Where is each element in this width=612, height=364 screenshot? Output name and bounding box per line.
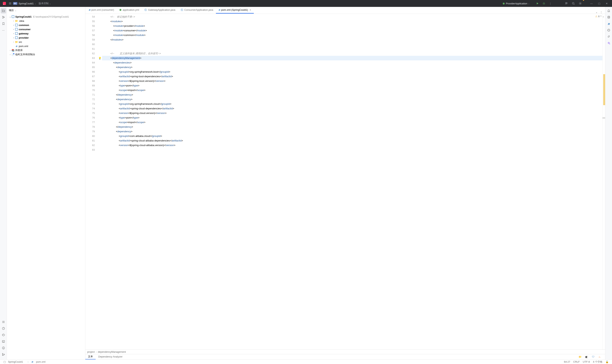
tray-folder-icon[interactable]: 📁 (577, 355, 583, 359)
tab-application-yml[interactable]: ⬢application.yml (117, 7, 142, 13)
chevron-down-icon[interactable]: ⌄ (34, 2, 36, 5)
tree-item-pom[interactable]: mpom.xml (7, 44, 85, 48)
right-toolbar: m (605, 7, 612, 359)
code-with-me-icon[interactable] (563, 0, 570, 7)
maven-icon[interactable]: m (606, 21, 612, 26)
chevron-down-icon[interactable]: ⌄ (49, 2, 51, 5)
svg-point-19 (4, 17, 4, 18)
status-encoding[interactable]: UTF-8 (583, 360, 590, 363)
more-tools-icon[interactable]: ⋯ (1, 27, 6, 33)
tab-gateway-app[interactable]: ⒸGatewayApplication.java (142, 7, 178, 13)
svg-rect-35 (15, 37, 18, 39)
more-icon[interactable]: ⋮ (599, 11, 604, 13)
editor-sub-tabs: 文本 Dependency Analyzer 📁 ◧ 🛡 ♨ (85, 354, 605, 359)
tab-pom-root[interactable]: mpom.xml (SpringCould1)× (216, 7, 254, 13)
structure-tool-button[interactable] (1, 14, 6, 20)
project-pane-header[interactable]: 项目 ⌄ (7, 7, 85, 14)
project-pane: 项目 ⌄ ⌄SpringCould1E:\workspace2\Y2\Sprin… (7, 7, 85, 359)
status-line-ending[interactable]: CRLF (573, 360, 580, 363)
problems-tool-button[interactable] (1, 345, 6, 351)
database-icon[interactable] (606, 14, 612, 20)
chevron-down-icon[interactable]: ⌄ (594, 11, 599, 13)
bean-icon[interactable] (606, 34, 612, 39)
scroll-map[interactable]: ⚠8 ^⌄ (602, 14, 605, 350)
titlebar: SC SpringCould1 ⌄ 版本控制 ⌄ ⬢ ProviderAppli… (0, 0, 612, 7)
warning-icon: ⚠ (595, 15, 598, 18)
svg-rect-32 (15, 24, 18, 26)
svg-point-11 (566, 2, 567, 3)
statusbar: ▢ SpringCould1 › mpom.xml 64:27 CRLF UTF… (0, 359, 612, 364)
project-name[interactable]: SpringCould1 (19, 2, 34, 5)
tree-ext-libs[interactable]: ›📚外部库 (7, 48, 85, 52)
tree-item[interactable]: ›📁src (7, 40, 85, 44)
tree-item[interactable]: ›common (7, 23, 85, 27)
tree-item[interactable]: ›provider (7, 36, 85, 40)
code-editor[interactable]: 5455565758596061626364656667686970717273… (85, 14, 602, 350)
vcs-tool-button[interactable] (1, 352, 6, 357)
maximize-button[interactable]: ▢ (595, 0, 603, 7)
svg-rect-34 (15, 32, 18, 35)
scroll-position[interactable] (602, 118, 605, 118)
history-icon[interactable] (606, 27, 612, 33)
ai-assistant-icon[interactable] (606, 40, 612, 46)
svg-rect-33 (15, 28, 18, 30)
tray-app-icon[interactable]: ◧ (584, 355, 589, 359)
svg-point-17 (2, 16, 3, 17)
tree-root[interactable]: ⌄SpringCould1E:\workspace2\Y2\SpringCoul… (7, 14, 85, 19)
tab-pom-consumer[interactable]: mpom.xml (consumer) (86, 7, 117, 13)
project-tree[interactable]: ⌄SpringCould1E:\workspace2\Y2\SpringCoul… (7, 14, 85, 359)
svg-point-18 (2, 18, 3, 18)
status-module[interactable]: ▢ SpringCould1 (3, 360, 25, 363)
tab-consumer-app[interactable]: ⒸConsumerApplication.java (178, 7, 216, 13)
close-button[interactable]: ✕ (603, 0, 611, 7)
svg-point-5 (543, 3, 545, 4)
svg-line-15 (574, 4, 574, 5)
minimize-button[interactable]: — (587, 0, 595, 7)
run-config-selector[interactable]: ⬢ ProviderApplication ⌄ (501, 0, 534, 7)
code-content[interactable]: <!-- 标记他的子类--> <modules> <module>provide… (102, 14, 602, 350)
tree-item[interactable]: ›gateway (7, 31, 85, 36)
terminal-tool-button[interactable] (1, 339, 6, 344)
svg-point-36 (608, 16, 610, 17)
close-tab-icon[interactable]: × (250, 8, 251, 12)
tray-shield-icon[interactable]: 🛡 (590, 355, 596, 359)
bookmarks-tool-button[interactable] (1, 21, 6, 26)
svg-rect-31 (12, 15, 14, 18)
left-toolbar: ⋯ (0, 7, 7, 359)
more-actions-icon[interactable]: ⋮ (547, 0, 554, 7)
run-button[interactable] (534, 0, 541, 7)
subtab-text[interactable]: 文本 (85, 354, 96, 360)
main-menu-icon[interactable] (8, 2, 12, 5)
todo-tool-button[interactable] (1, 319, 6, 325)
tree-item[interactable]: ›📁.idea (7, 19, 85, 23)
svg-line-9 (543, 4, 543, 4)
tray-fire-icon[interactable]: ♨ (597, 355, 602, 359)
chevron-down-icon: ⌄ (528, 2, 530, 5)
status-file[interactable]: pom.xml (36, 360, 45, 363)
chevron-right-icon: › (96, 351, 97, 353)
tree-scratches[interactable]: ›📄临时文件和控制台 (7, 52, 85, 57)
settings-icon[interactable] (577, 0, 584, 7)
project-tool-button[interactable] (1, 8, 6, 13)
tab-controls: ⌄⋮ (594, 11, 605, 13)
status-lock-icon[interactable]: 🔓 (606, 360, 609, 363)
dashboard-tool-button[interactable] (1, 326, 6, 331)
svg-rect-1 (3, 4, 4, 4)
debug-button[interactable] (541, 0, 547, 7)
tree-item[interactable]: ›consumer (7, 27, 85, 31)
status-indent[interactable]: 4 个空格 (593, 360, 602, 364)
svg-line-8 (545, 3, 545, 3)
search-icon[interactable] (570, 0, 577, 7)
editor-area: mpom.xml (consumer) ⬢application.yml ⒸGa… (85, 7, 605, 359)
notifications-icon[interactable] (606, 8, 612, 13)
app-logo-icon (3, 2, 6, 5)
vcs-menu[interactable]: 版本控制 (39, 2, 49, 5)
services-tool-button[interactable] (1, 332, 6, 338)
warning-stripe[interactable] (603, 74, 605, 105)
status-caret-pos[interactable]: 64:27 (564, 360, 570, 363)
editor-tabs: mpom.xml (consumer) ⬢application.yml ⒸGa… (85, 7, 605, 14)
svg-point-28 (2, 353, 3, 354)
svg-point-29 (2, 355, 3, 356)
subtab-dependency-analyzer[interactable]: Dependency Analyzer (96, 354, 125, 360)
breadcrumb[interactable]: project › dependencyManagement (85, 350, 605, 354)
